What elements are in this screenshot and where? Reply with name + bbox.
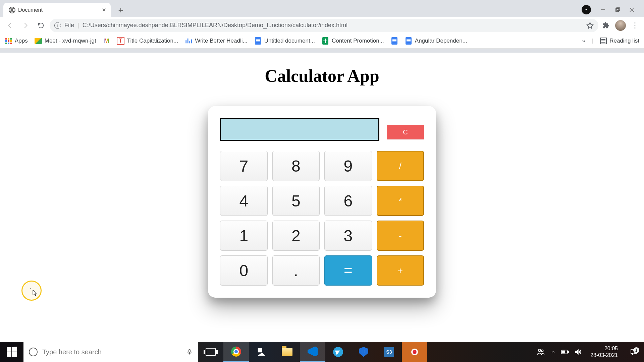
vscode-icon: [308, 347, 318, 357]
key-8[interactable]: 8: [272, 151, 320, 181]
close-icon[interactable]: ×: [102, 6, 106, 14]
key-4[interactable]: 4: [220, 186, 268, 216]
svg-point-7: [538, 349, 541, 352]
volume-icon[interactable]: [574, 348, 582, 356]
people-icon[interactable]: [536, 347, 545, 357]
record-icon: [411, 349, 418, 355]
sheets-icon: [322, 37, 329, 45]
calculator-top-row: C: [220, 118, 424, 141]
key-1[interactable]: 1: [220, 221, 268, 251]
bookmark-label: Title Capitalization...: [127, 38, 178, 44]
key-9[interactable]: 9: [324, 151, 372, 181]
bookmark-label: Content Promotion...: [332, 38, 384, 44]
battery-icon[interactable]: [561, 350, 569, 354]
docs-icon: [405, 37, 412, 45]
url-separator: |: [77, 22, 79, 29]
reading-list-icon: [600, 38, 607, 44]
start-button[interactable]: [0, 342, 23, 362]
taskbar-chrome[interactable]: [223, 342, 249, 362]
key-7[interactable]: 7: [220, 151, 268, 181]
profile-orb-icon[interactable]: [582, 5, 591, 14]
forward-button[interactable]: [19, 19, 32, 32]
bookmark-star-icon[interactable]: [586, 22, 594, 29]
key-add[interactable]: +: [377, 255, 424, 286]
bookmarks-overflow[interactable]: »: [582, 38, 585, 44]
telegram-icon: [333, 347, 343, 357]
browser-chrome: Document × + i: [0, 0, 644, 53]
bookmark-title-capitalization[interactable]: T Title Capitalization...: [117, 37, 178, 45]
key-equals[interactable]: =: [324, 255, 372, 286]
extensions-icon[interactable]: [602, 22, 610, 29]
apps-grid-icon: [5, 37, 12, 45]
bookmark-gmail[interactable]: [103, 37, 110, 45]
clear-button[interactable]: C: [387, 125, 424, 139]
tray-chevron-icon[interactable]: [551, 350, 555, 354]
taskbar-search-input[interactable]: [42, 348, 182, 356]
page-content: Calculator App C 7 8 9 / 4 5 6 * 1 2 3 -…: [0, 53, 644, 342]
key-divide[interactable]: /: [377, 151, 424, 181]
cursor-highlight-icon: [21, 281, 42, 301]
maximize-button[interactable]: [615, 7, 620, 12]
new-tab-button[interactable]: +: [115, 4, 127, 16]
svg-rect-3: [616, 7, 620, 10]
action-center-button[interactable]: 1: [627, 348, 641, 356]
taskbar-security[interactable]: ⁝⁝: [351, 342, 376, 362]
taskbar-file-explorer[interactable]: [274, 342, 300, 362]
bookmark-untitled-doc[interactable]: Untitled document...: [254, 37, 315, 45]
taskbar-edge[interactable]: [249, 342, 274, 362]
globe-icon: [9, 7, 15, 13]
chrome-menu-icon[interactable]: ⋮: [631, 21, 639, 30]
window-controls: [582, 0, 644, 17]
mic-icon[interactable]: [186, 348, 193, 356]
address-bar: i File | C:/Users/chinmayee.deshpande.BL…: [0, 17, 644, 34]
task-view-button[interactable]: [198, 342, 223, 362]
cortana-icon: [29, 348, 38, 356]
key-3[interactable]: 3: [324, 221, 372, 251]
bookmark-meet[interactable]: Meet - xvd-mqwn-jgt: [35, 37, 96, 45]
bookmark-label: Angular Dependen...: [415, 38, 467, 44]
key-subtract[interactable]: -: [377, 221, 424, 251]
bookmark-docs-extra[interactable]: [391, 37, 398, 45]
windows-logo-icon: [7, 347, 17, 357]
bookmark-write-better[interactable]: Write Better Headli...: [185, 37, 248, 45]
taskbar-telegram[interactable]: [325, 342, 351, 362]
bookmark-label: Meet - xvd-mqwn-jgt: [45, 38, 96, 44]
svg-rect-6: [189, 350, 191, 353]
reading-list-button[interactable]: Reading list: [600, 38, 639, 44]
omnibox[interactable]: i File | C:/Users/chinmayee.deshpande.BL…: [50, 19, 598, 32]
taskbar-search[interactable]: [23, 342, 198, 362]
clock-time: 20:05: [604, 345, 618, 352]
info-icon: i: [54, 22, 61, 29]
s3-icon: S3: [384, 347, 394, 357]
taskbar-vscode[interactable]: [300, 342, 325, 362]
calculator-display[interactable]: [220, 118, 379, 141]
profile-avatar[interactable]: [614, 19, 627, 32]
bookmark-content-promo[interactable]: Content Promotion...: [322, 37, 384, 45]
minimize-button[interactable]: [600, 7, 606, 12]
calculator-keypad: 7 8 9 / 4 5 6 * 1 2 3 - 0 . = +: [220, 151, 424, 286]
reload-button[interactable]: [34, 19, 48, 32]
bookmark-apps[interactable]: Apps: [5, 37, 28, 45]
shield-icon: ⁝⁝: [359, 347, 368, 357]
back-button[interactable]: [3, 19, 17, 32]
chrome-icon: [231, 347, 241, 357]
key-6[interactable]: 6: [324, 186, 372, 216]
tab-title: Document: [18, 7, 43, 13]
url-text: C:/Users/chinmayee.deshpande.BLRSIMPLILE…: [83, 22, 347, 29]
taskbar-clock[interactable]: 20:05 28-03-2021: [587, 345, 621, 359]
folder-icon: [282, 348, 292, 356]
browser-tab[interactable]: Document ×: [3, 3, 111, 17]
taskbar-s3[interactable]: S3: [376, 342, 402, 362]
docs-icon: [391, 37, 398, 45]
bookmark-angular[interactable]: Angular Dependen...: [405, 37, 467, 45]
svg-rect-2: [616, 8, 619, 11]
close-window-button[interactable]: [629, 7, 635, 12]
key-5[interactable]: 5: [272, 186, 320, 216]
key-2[interactable]: 2: [272, 221, 320, 251]
windows-taskbar: ⁝⁝ S3 20:05 28-03-2021 1: [0, 342, 644, 362]
key-dot[interactable]: .: [272, 255, 320, 286]
key-0[interactable]: 0: [220, 255, 268, 286]
taskbar-recorder[interactable]: [402, 342, 427, 362]
notification-badge: 1: [633, 347, 639, 353]
key-multiply[interactable]: *: [377, 186, 424, 216]
